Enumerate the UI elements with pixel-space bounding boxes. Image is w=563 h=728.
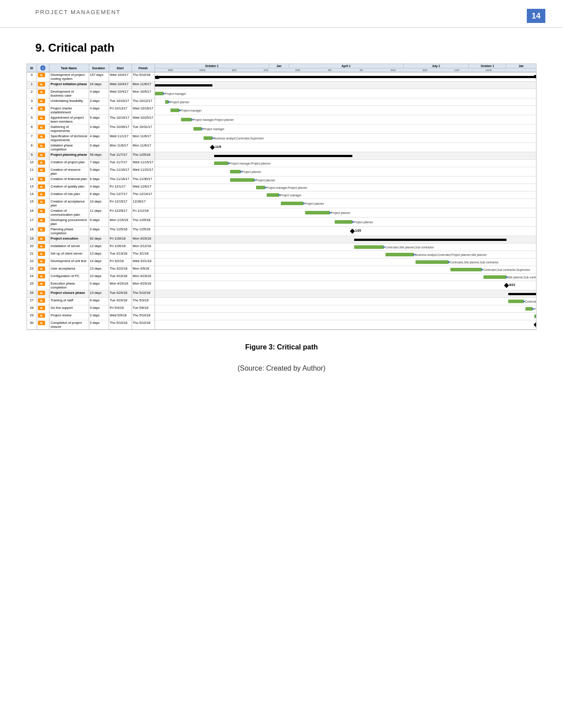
row-chart-cell xyxy=(155,152,536,160)
row-duration: 2 days xyxy=(89,313,109,320)
figure-source: (Source: Created by Author) xyxy=(0,360,563,377)
row-task-name: Installation of server xyxy=(49,244,89,251)
row-finish: Mon 11/6/17 xyxy=(132,82,155,89)
milestone-label: 11/6 xyxy=(215,145,221,148)
row-start: Mon 1/15/18 xyxy=(109,218,132,227)
row-finish: Mon 10/9/17 xyxy=(132,89,155,98)
row-chart-cell: Project manager▶ xyxy=(155,191,536,199)
task-bar xyxy=(204,136,212,140)
resource-label: Contrcator,Project manager,Site planner xyxy=(525,300,537,303)
row-duration: 3 days xyxy=(89,98,109,106)
page-header: PROJECT MANAGEMENT 14 xyxy=(0,0,563,28)
row-task-name: Creation of financial plan xyxy=(49,176,89,184)
table-row: 21⇆Set up of client server13 daysTue 2/1… xyxy=(27,251,536,259)
row-finish: Tue 5/8/18 xyxy=(132,305,155,313)
row-finish: Wed 11/22/17 xyxy=(132,167,155,176)
row-id: 13 xyxy=(27,184,37,191)
row-id: 19 xyxy=(27,236,37,244)
row-finish: Wed 10/18/17 xyxy=(132,106,155,115)
project-bar xyxy=(155,76,537,78)
phase-bar xyxy=(508,293,536,295)
row-finish: Mon 4/23/18 xyxy=(132,281,155,290)
row-id: 25 xyxy=(27,281,37,290)
row-mode: ⇆ xyxy=(37,208,49,218)
row-id: 30 xyxy=(27,320,37,330)
row-id: 12 xyxy=(27,176,37,184)
table-row: 26⇆Project closure phase13 daysTue 4/24/… xyxy=(27,290,536,298)
row-id: 29 xyxy=(27,313,37,320)
resource-icon: ▶ xyxy=(240,170,242,173)
row-start: Tue 2/13/18 xyxy=(109,251,132,259)
row-finish: Tue 10/31/17 xyxy=(132,124,155,134)
table-row: 19⇆Project execution62 daysFri 1/26/18Mo… xyxy=(27,236,536,244)
row-start: Fri 5/4/18 xyxy=(109,305,132,313)
resource-label: Project planner xyxy=(331,211,351,214)
table-row: 4⇆Project charter establishment4 daysFri… xyxy=(27,106,536,115)
resource-icon: ▶ xyxy=(179,109,181,112)
row-finish: Thu 12/14/17 xyxy=(132,191,155,199)
task-bar xyxy=(267,193,279,197)
row-start: Fri 1/26/18 xyxy=(109,244,132,251)
table-row: 6⇆Gathering of requirements4 daysThu 10/… xyxy=(27,124,536,134)
table-row: 11⇆Creation of resource plan5 daysThu 11… xyxy=(27,167,536,176)
table-row: 8⇆Initiation phase completion0 daysMon 1… xyxy=(27,143,536,152)
col-header-mode: i xyxy=(37,64,49,72)
row-task-name: Configuration of PC xyxy=(49,274,89,281)
row-mode: ⇆ xyxy=(37,82,49,89)
row-task-name: Project execution xyxy=(49,236,89,244)
row-duration: 11 days xyxy=(89,208,109,218)
row-id: 8 xyxy=(27,143,37,152)
row-duration: 7 days xyxy=(89,160,109,167)
row-id: 27 xyxy=(27,298,37,305)
row-id: 5 xyxy=(27,115,37,124)
task-bar xyxy=(230,178,254,182)
table-row: 3⇆Undertaking feasibility3 daysTue 10/10… xyxy=(27,98,536,106)
row-id: 28 xyxy=(27,305,37,313)
task-bar xyxy=(508,300,524,303)
row-chart-cell: Project planner▶ xyxy=(155,218,536,227)
row-id: 11 xyxy=(27,167,37,176)
row-id: 17 xyxy=(27,218,37,227)
row-finish: Thu 1/25/18 xyxy=(132,152,155,160)
table-row: 0⇆Development of project costing system1… xyxy=(27,72,536,82)
milestone-diamond xyxy=(210,145,215,150)
row-chart-cell: Project manager▶ xyxy=(155,124,536,134)
row-task-name: Training of staff xyxy=(49,298,89,305)
row-start: Wed 5/9/18 xyxy=(109,313,132,320)
row-id: 20 xyxy=(27,244,37,251)
row-duration: 10 days xyxy=(89,199,109,208)
row-finish: Thu 10/12/17 xyxy=(132,98,155,106)
row-chart-cell: Project planner▶ xyxy=(155,305,536,313)
row-id: 14 xyxy=(27,191,37,199)
table-row: 18⇆Planning phase completion0 daysThu 1/… xyxy=(27,227,536,236)
row-chart-cell: Business analyst,Contrcator,Supervisor▶ xyxy=(155,134,536,143)
row-duration: 58 days xyxy=(89,152,109,160)
milestone-diamond xyxy=(504,283,509,288)
table-row: 30⇆Completion of project closure0 daysTh… xyxy=(27,320,536,330)
resource-label: Contrcator,Site planner,Sub contractor xyxy=(385,246,434,249)
table-row: 27⇆Training of staff8 daysTue 4/24/18Thu… xyxy=(27,298,536,305)
row-mode: ⇆ xyxy=(37,72,49,82)
resource-icon: ▶ xyxy=(303,202,305,205)
resource-label: Project planner xyxy=(354,221,373,224)
resource-icon: ▶ xyxy=(163,92,165,95)
resource-label: Project manager,Project planner xyxy=(193,118,234,121)
row-chart-cell: Project manager,Project planner▶ xyxy=(155,184,536,191)
resource-label: Project manager xyxy=(165,92,186,95)
row-duration: 0 days xyxy=(89,320,109,330)
row-start: Thu 10/19/17 xyxy=(109,115,132,124)
row-mode: ⇆ xyxy=(37,199,49,208)
row-start: Tue 11/7/17 xyxy=(109,160,132,167)
row-duration: 4 days xyxy=(89,89,109,98)
resource-label: Project manager,Project planner xyxy=(230,162,271,165)
row-duration: 0 days xyxy=(89,227,109,236)
table-row: 17⇆Developing procurement plan9 daysMon … xyxy=(27,218,536,227)
table-row: 9⇆Project planning phase58 daysTue 11/7/… xyxy=(27,152,536,160)
row-mode: ⇆ xyxy=(37,259,49,266)
row-mode: ⇆ xyxy=(37,160,49,167)
table-row: 10⇆Creation of project plan7 daysTue 11/… xyxy=(27,160,536,167)
resource-label: Project manager,Project planner xyxy=(266,186,307,189)
row-duration: 3 days xyxy=(89,305,109,313)
table-row: 28⇆Go live support3 daysFri 5/4/18Tue 5/… xyxy=(27,305,536,313)
row-task-name: Project closure phase xyxy=(49,290,89,298)
